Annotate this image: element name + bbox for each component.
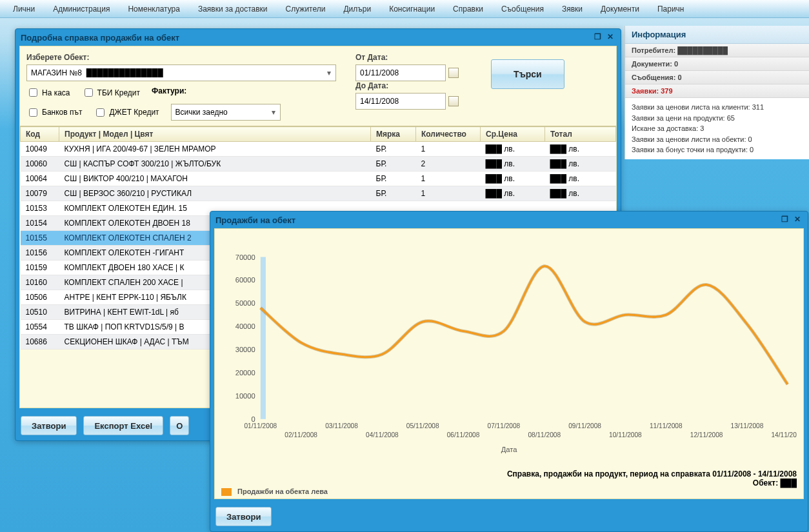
svg-text:12/11/2008: 12/11/2008 xyxy=(690,431,723,438)
legend-label: Продажби на обекта лева xyxy=(237,488,328,495)
info-row: Заявки: 379 xyxy=(625,84,809,98)
info-title: Информация xyxy=(625,26,809,44)
info-line: Искане за доставка: 3 xyxy=(632,123,803,134)
legend-color-icon xyxy=(221,488,232,496)
label-select-object: Изберете Обект: xyxy=(26,53,336,62)
svg-text:13/11/2008: 13/11/2008 xyxy=(731,422,764,429)
svg-text:06/11/2008: 06/11/2008 xyxy=(447,431,480,438)
svg-text:30000: 30000 xyxy=(235,346,255,353)
window-titlebar[interactable]: Продажби на обект xyxy=(210,212,808,228)
close-icon[interactable] xyxy=(605,32,615,43)
col-unit[interactable]: Мярка xyxy=(371,127,416,142)
col-price[interactable]: Ср.Цена xyxy=(481,127,545,142)
svg-text:11/11/2008: 11/11/2008 xyxy=(650,422,683,429)
svg-text:02/11/2008: 02/11/2008 xyxy=(285,431,317,438)
window-sales-chart: Продажби на обект 0100002000030000400005… xyxy=(210,211,808,532)
menu-item[interactable]: Дилъри xyxy=(334,0,380,17)
svg-text:04/11/2008: 04/11/2008 xyxy=(366,431,399,438)
chart-caption: Справка, продажби на продукт, период на … xyxy=(221,469,797,478)
svg-text:10/11/2008: 10/11/2008 xyxy=(609,431,642,438)
checkbox-cash[interactable]: На каса xyxy=(26,86,70,99)
label-from-date: От Дата: xyxy=(355,53,472,62)
close-button[interactable]: Затвори xyxy=(215,507,272,526)
info-panel: Информация Потребител: ██████████Докумен… xyxy=(624,26,809,159)
menu-item[interactable]: Администрация xyxy=(44,0,119,17)
checkbox-bank[interactable]: Банков път xyxy=(26,104,82,121)
svg-text:01/11/2008: 01/11/2008 xyxy=(244,422,277,429)
info-row: Потребител: ██████████ xyxy=(625,44,809,57)
table-row[interactable]: 10060СШ | КАСПЪР СОФТ 300/210 | ЖЪЛТО/БУ… xyxy=(21,157,616,172)
table-row[interactable]: 10079СШ | ВЕРЗОС 360/210 | РУСТИКАЛБР.1█… xyxy=(21,186,616,201)
restore-icon[interactable] xyxy=(779,215,790,225)
sales-chart: 01000020000300004000050000600007000001/1… xyxy=(221,233,797,469)
menu-item[interactable]: Консигнации xyxy=(380,0,444,17)
svg-text:70000: 70000 xyxy=(235,253,255,261)
table-row[interactable]: 10049КУХНЯ | ИГА 200/49-67 | ЗЕЛЕН МРАМО… xyxy=(21,142,616,157)
checkbox-jet[interactable]: ДЖЕТ Кредит xyxy=(94,104,159,121)
info-line: Заявки за ценови листа на клиенти: 311 xyxy=(632,102,803,113)
calendar-icon[interactable] xyxy=(448,68,459,78)
col-product[interactable]: Продукт | Модел | Цвят xyxy=(59,127,371,142)
info-line: Заявки за ценови листи на обекти: 0 xyxy=(632,134,803,145)
svg-text:14/11/2008: 14/11/2008 xyxy=(771,431,797,438)
invoices-select[interactable] xyxy=(171,104,281,121)
svg-rect-8 xyxy=(261,257,266,419)
menu-item[interactable]: Заявки за доставки xyxy=(189,0,277,17)
col-qty[interactable]: Количество xyxy=(416,127,481,142)
info-line: Заявки за бонус точки на продукти: 0 xyxy=(632,144,803,155)
menu-item[interactable]: Справки xyxy=(444,0,492,17)
menu-item[interactable]: Паричн xyxy=(648,0,694,17)
to-date-input[interactable] xyxy=(355,93,446,110)
table-row[interactable]: 10064СШ | ВИКТОР 400/210 | МАХАГОНБР.1██… xyxy=(21,172,616,186)
o-button[interactable]: О xyxy=(170,416,189,435)
svg-text:40000: 40000 xyxy=(235,322,255,330)
close-button[interactable]: Затвори xyxy=(21,416,77,435)
from-date-input[interactable] xyxy=(355,64,446,81)
svg-text:08/11/2008: 08/11/2008 xyxy=(528,431,561,438)
svg-text:20000: 20000 xyxy=(235,369,255,377)
chart-object-label: Обект: ███ xyxy=(753,478,797,488)
svg-text:05/11/2008: 05/11/2008 xyxy=(406,422,439,429)
info-line: Заявки за цени на продукти: 65 xyxy=(632,113,803,124)
window-titlebar[interactable]: Подробна справка продажби на обект xyxy=(15,29,621,46)
window-title: Подробна справка продажби на обект xyxy=(21,33,179,43)
col-code[interactable]: Код xyxy=(21,127,59,142)
svg-text:Дата: Дата xyxy=(501,446,517,453)
menu-item[interactable]: Съобщения xyxy=(492,0,553,17)
menu-item[interactable]: Служители xyxy=(277,0,335,17)
svg-text:09/11/2008: 09/11/2008 xyxy=(568,422,601,429)
restore-icon[interactable] xyxy=(592,32,603,43)
menu-item[interactable]: Документи xyxy=(592,0,648,17)
info-row: Съобщения: 0 xyxy=(625,71,809,84)
menu-item[interactable]: Зявки xyxy=(553,0,592,17)
label-invoices: Фактури: xyxy=(152,86,186,99)
search-button[interactable]: Търси xyxy=(491,59,564,89)
checkbox-tbi[interactable]: ТБИ Кредит xyxy=(82,86,140,99)
svg-text:07/11/2008: 07/11/2008 xyxy=(488,422,521,429)
svg-text:50000: 50000 xyxy=(235,299,255,307)
object-select[interactable] xyxy=(26,64,336,81)
menubar: ЛичниАдминистрацияНоменклатураЗаявки за … xyxy=(0,0,809,18)
menu-item[interactable]: Лични xyxy=(4,0,44,17)
svg-text:60000: 60000 xyxy=(235,276,255,284)
window-title: Продажби на обект xyxy=(215,215,295,225)
info-row: Документи: 0 xyxy=(625,57,809,71)
svg-text:10000: 10000 xyxy=(235,392,255,400)
menu-item[interactable]: Номенклатура xyxy=(119,0,189,17)
calendar-icon[interactable] xyxy=(448,96,459,106)
export-excel-button[interactable]: Експорт Excel xyxy=(83,416,163,435)
close-icon[interactable] xyxy=(792,215,803,225)
col-total[interactable]: Тотал xyxy=(545,127,616,142)
svg-text:03/11/2008: 03/11/2008 xyxy=(325,422,358,429)
info-body: Заявки за ценови листа на клиенти: 311За… xyxy=(625,98,809,159)
label-to-date: До Дата: xyxy=(355,81,472,90)
